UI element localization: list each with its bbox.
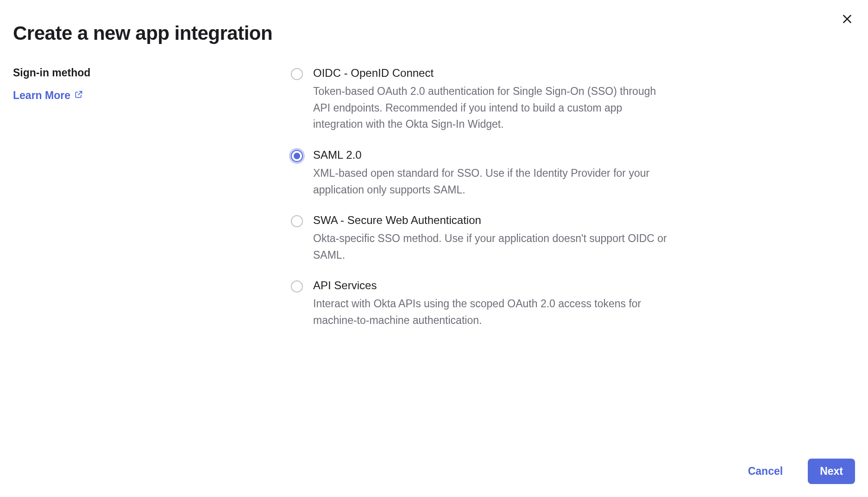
option-oidc[interactable]: OIDC - OpenID Connect Token-based OAuth …	[291, 67, 671, 133]
option-description: Interact with Okta APIs using the scoped…	[313, 296, 671, 329]
modal-title: Create a new app integration	[13, 22, 855, 44]
left-column: Sign-in method Learn More	[13, 67, 272, 345]
option-swa[interactable]: SWA - Secure Web Authentication Okta-spe…	[291, 214, 671, 263]
learn-more-link[interactable]: Learn More	[13, 89, 83, 102]
option-text: OIDC - OpenID Connect Token-based OAuth …	[313, 67, 671, 133]
radio-swa[interactable]	[291, 215, 303, 227]
radio-api-services[interactable]	[291, 280, 303, 292]
section-label: Sign-in method	[13, 67, 272, 79]
option-title: SWA - Secure Web Authentication	[313, 214, 671, 227]
option-saml[interactable]: SAML 2.0 XML-based open standard for SSO…	[291, 149, 671, 198]
option-text: SAML 2.0 XML-based open standard for SSO…	[313, 149, 671, 198]
close-button[interactable]	[839, 11, 855, 27]
option-title: API Services	[313, 279, 671, 292]
option-title: SAML 2.0	[313, 149, 671, 162]
option-title: OIDC - OpenID Connect	[313, 67, 671, 80]
radio-saml[interactable]	[291, 150, 303, 162]
external-link-icon	[74, 89, 83, 102]
options-list: OIDC - OpenID Connect Token-based OAuth …	[291, 67, 671, 345]
option-api-services[interactable]: API Services Interact with Okta APIs usi…	[291, 279, 671, 329]
modal-content: Sign-in method Learn More OIDC - OpenID …	[13, 67, 855, 345]
radio-oidc[interactable]	[291, 68, 303, 80]
learn-more-label: Learn More	[13, 89, 70, 102]
option-text: API Services Interact with Okta APIs usi…	[313, 279, 671, 329]
close-icon	[841, 19, 853, 26]
option-description: XML-based open standard for SSO. Use if …	[313, 165, 671, 198]
option-text: SWA - Secure Web Authentication Okta-spe…	[313, 214, 671, 263]
option-description: Token-based OAuth 2.0 authentication for…	[313, 83, 671, 133]
option-description: Okta-specific SSO method. Use if your ap…	[313, 230, 671, 263]
